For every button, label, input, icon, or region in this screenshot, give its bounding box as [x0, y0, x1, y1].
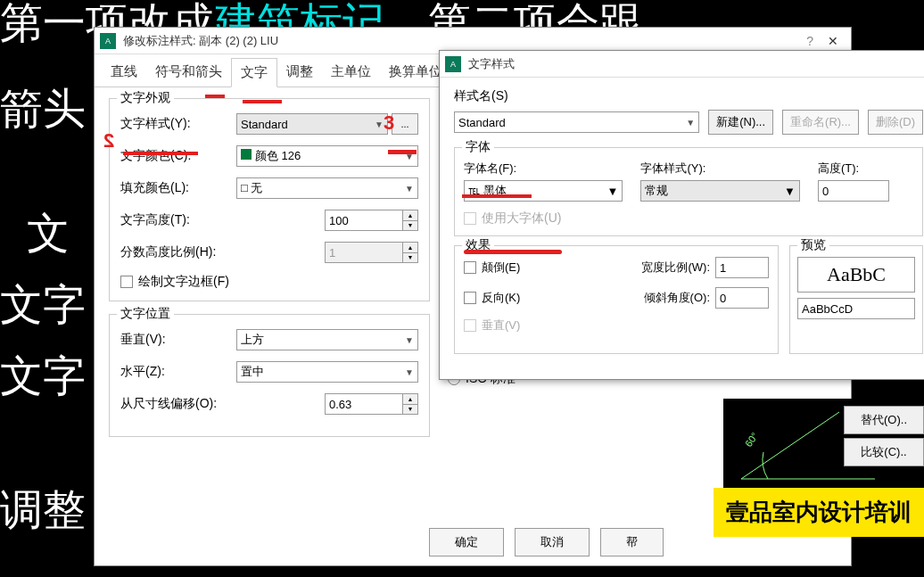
tab-adjust[interactable]: 调整: [277, 58, 322, 87]
fraction-height-input: 1: [325, 242, 403, 263]
dialog-title: 修改标注样式: 副本 (2) (2) LIU: [123, 33, 799, 49]
text-style-browse-button[interactable]: ...: [392, 113, 418, 135]
font-group: 字体 字体名(F): ℡ 黑体▼ 字体样式(Y): 常规▼ 高度(T):: [454, 147, 923, 236]
text-style-label: 文字样式(Y):: [120, 116, 236, 132]
oblique-label: 倾斜角度(O):: [644, 290, 710, 306]
preview-group: 预览 AaBbC: [789, 245, 923, 354]
style-name-select[interactable]: Standard▼: [454, 111, 699, 133]
new-button[interactable]: 新建(N)...: [708, 110, 773, 135]
bg-text-t1: 文: [27, 205, 70, 262]
tab-text[interactable]: 文字: [231, 58, 277, 87]
fill-color-label: 填充颜色(L):: [120, 180, 236, 196]
backwards-label: 反向(K): [482, 290, 553, 306]
watermark-banner: 壹品室内设计培训: [714, 488, 924, 537]
tab-symbol[interactable]: 符号和箭头: [146, 58, 231, 87]
preview-large: AaBbC: [797, 257, 915, 293]
draw-frame-label: 绘制文字边框(F): [138, 274, 229, 290]
group-title: 预览: [797, 237, 829, 253]
text-height-spinner[interactable]: ▲▼: [402, 210, 418, 231]
text-height-input[interactable]: 100: [325, 210, 403, 231]
text-height-label: 文字高度(T):: [120, 212, 236, 228]
group-title: 文字外观: [117, 90, 174, 106]
chevron-down-icon: ▼: [405, 335, 414, 345]
titlebar: A 文字样式: [440, 51, 924, 78]
app-icon: A: [445, 56, 461, 72]
chevron-down-icon: ▼: [784, 185, 796, 198]
offset-label: 从尺寸线偏移(O):: [120, 396, 254, 412]
preview-input[interactable]: [797, 298, 915, 319]
annotation-mark-2: 2: [103, 129, 114, 152]
help-icon[interactable]: ?: [799, 34, 821, 48]
offset-spinner[interactable]: ▲▼: [402, 393, 418, 415]
offset-input[interactable]: 0.63: [325, 393, 403, 415]
bg-text-t2: 文字: [0, 276, 86, 334]
vertical-checkbox: [464, 319, 476, 332]
text-position-group: 文字位置 垂直(V): 上方▼ 水平(Z): 置中▼ 从尺寸线偏移(O):: [109, 314, 430, 437]
group-title: 文字位置: [117, 306, 174, 322]
chevron-down-icon: ▼: [375, 120, 384, 129]
use-big-font-label: 使用大字体(U): [482, 210, 561, 227]
vertical-label: 垂直(V):: [120, 332, 236, 348]
compare-button[interactable]: 比较(C)..: [844, 438, 924, 466]
upside-down-label: 颠倒(E): [482, 260, 553, 276]
override-button[interactable]: 替代(O)..: [844, 406, 924, 434]
font-height-label: 高度(T):: [818, 161, 913, 177]
chevron-down-icon: ▼: [686, 118, 695, 128]
annotation-mark-3: 3: [384, 111, 394, 135]
svg-line-1: [741, 412, 839, 479]
font-style-label: 字体样式(Y):: [640, 161, 799, 177]
tab-primary[interactable]: 主单位: [322, 58, 380, 87]
horizontal-select[interactable]: 置中▼: [236, 361, 418, 383]
font-style-select[interactable]: 常规▼: [640, 180, 799, 202]
rename-button: 重命名(R)...: [782, 110, 859, 135]
effect-group: 效果 颠倒(E) 宽度比例(W): 反向(K) 倾斜角度(O):: [454, 245, 779, 354]
app-icon: A: [100, 33, 116, 49]
text-style-select[interactable]: Standard▼: [236, 113, 388, 135]
annotation-underline: [205, 95, 225, 98]
cancel-button[interactable]: 取消: [515, 528, 590, 556]
fraction-height-label: 分数高度比例(H):: [120, 244, 236, 260]
use-big-font-checkbox: [464, 212, 476, 225]
chevron-down-icon: ▼: [405, 367, 414, 377]
text-color-label: 文字颜色(C):: [120, 148, 236, 164]
color-swatch: [241, 149, 252, 160]
group-title: 字体: [462, 139, 494, 155]
annotation-underline: [462, 194, 532, 198]
annotation-underline: [243, 100, 282, 103]
bg-text-t3: 文字: [0, 348, 86, 405]
horizontal-label: 水平(Z):: [120, 364, 236, 380]
style-name-label: 样式名(S): [454, 88, 923, 104]
tab-line[interactable]: 直线: [102, 58, 146, 87]
backwards-checkbox[interactable]: [464, 292, 476, 304]
draw-frame-checkbox[interactable]: [120, 276, 133, 288]
text-color-select[interactable]: 颜色 126 ▼: [236, 145, 418, 167]
text-style-dialog: A 文字样式 样式名(S) Standard▼ 新建(N)... 重命名(R).…: [439, 50, 924, 380]
bg-text-t4: 调整: [0, 482, 86, 539]
side-buttons: 替代(O).. 比较(C)..: [844, 406, 924, 470]
help-button[interactable]: 帮: [600, 528, 664, 556]
oblique-input[interactable]: [715, 287, 769, 309]
font-name-label: 字体名(F):: [464, 161, 623, 177]
width-factor-input[interactable]: [715, 257, 769, 278]
chevron-down-icon: ▼: [405, 184, 414, 194]
font-name-select[interactable]: ℡ 黑体▼: [464, 180, 623, 202]
delete-button: 删除(D): [868, 110, 923, 135]
upside-down-checkbox[interactable]: [464, 261, 476, 274]
width-factor-label: 宽度比例(W):: [641, 260, 710, 276]
svg-text:60°: 60°: [743, 431, 760, 449]
ok-button[interactable]: 确定: [429, 528, 504, 556]
annotation-underline: [464, 250, 562, 254]
bg-text-arrow: 箭头: [0, 80, 86, 137]
close-icon[interactable]: ✕: [821, 34, 846, 48]
fraction-height-spinner[interactable]: ▲▼: [402, 242, 418, 263]
font-height-input[interactable]: [818, 180, 889, 202]
vertical-label: 垂直(V): [482, 317, 553, 334]
annotation-underline: [123, 152, 198, 155]
vertical-select[interactable]: 上方▼: [236, 329, 418, 350]
text-appearance-group: 文字外观 文字样式(Y): Standard▼ ... 文字颜色(C): 颜色 …: [109, 98, 430, 301]
fill-color-select[interactable]: □ 无 ▼: [236, 177, 418, 199]
dialog-title: 文字样式: [468, 56, 924, 72]
chevron-down-icon: ▼: [607, 185, 619, 198]
annotation-underline: [388, 150, 417, 154]
